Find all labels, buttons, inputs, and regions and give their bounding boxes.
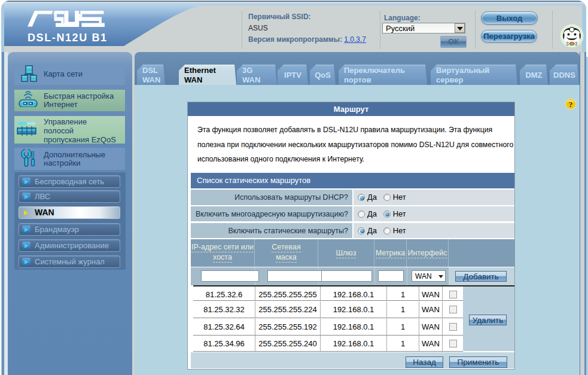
- svg-text:?: ?: [569, 100, 573, 109]
